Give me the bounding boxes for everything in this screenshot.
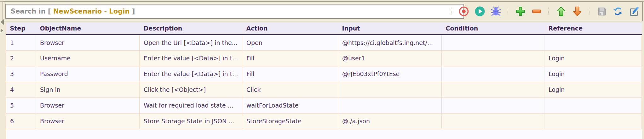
move-down-icon [572, 6, 583, 17]
expand-right-icon [0, 28, 3, 33]
table-header-row: Step ObjectName Description Action Input… [6, 23, 642, 35]
move-up-button[interactable] [555, 6, 567, 17]
cell-condition[interactable] [442, 35, 544, 50]
search-input[interactable]: Search in [ NewScenario - Login ] [5, 4, 464, 19]
move-down-button[interactable] [572, 6, 583, 17]
column-header-step[interactable]: Step [6, 23, 36, 35]
save-icon [596, 6, 607, 17]
column-header-reference[interactable]: Reference [544, 23, 642, 35]
cell-objectname[interactable]: Username [36, 50, 140, 66]
cell-action[interactable]: StoreStorageState [242, 113, 338, 129]
cell-step[interactable]: 6 [6, 113, 36, 129]
cell-description[interactable]: Store Storage State in JSON ... [140, 113, 242, 129]
cell-description[interactable]: Enter the value [<Data>] in t... [140, 66, 242, 82]
cell-input[interactable] [338, 97, 442, 113]
collapse-left-icon [0, 19, 4, 25]
table-row[interactable]: 3 Password Enter the value [<Data>] in t… [6, 66, 642, 82]
debug-button[interactable] [490, 6, 502, 17]
scenario-steps-window: Search in [ NewScenario - Login ] [0, 0, 644, 139]
toolbar-separator [589, 8, 590, 15]
move-up-icon [556, 6, 566, 17]
cell-input[interactable]: @./a.json [338, 113, 442, 129]
refresh-button[interactable] [612, 6, 624, 17]
cell-condition[interactable] [442, 82, 544, 97]
cell-condition[interactable] [442, 113, 544, 129]
cell-input[interactable]: @rJEb03xtPf0YtEse [338, 66, 442, 82]
cell-reference[interactable] [544, 97, 642, 113]
add-step-button[interactable] [515, 6, 526, 17]
cell-action[interactable]: Fill [242, 50, 338, 66]
cell-reference[interactable] [544, 113, 642, 129]
cell-description[interactable]: Open the Url [<Data>] in the... [140, 35, 242, 50]
cell-step[interactable]: 3 [6, 66, 36, 82]
toolbar-separator [508, 8, 509, 15]
remove-step-icon [531, 6, 542, 17]
cell-description[interactable]: Enter the value [<Data>] in t... [140, 50, 242, 66]
edit-icon [629, 6, 639, 17]
cell-action[interactable]: Click [242, 82, 338, 97]
column-header-condition[interactable]: Condition [442, 23, 544, 35]
cell-description[interactable]: Wait for required load state ... [140, 97, 242, 113]
column-header-objectname[interactable]: ObjectName [36, 23, 140, 35]
search-toolbar-panel: Search in [ NewScenario - Login ] [3, 1, 643, 21]
cell-condition[interactable] [442, 50, 544, 66]
play-icon [474, 6, 485, 17]
cell-description[interactable]: Click the [<Object>] [140, 82, 242, 97]
column-header-input[interactable]: Input [338, 23, 442, 35]
search-placeholder-prefix: Search in [ [11, 8, 53, 15]
search-placeholder-scenario: NewScenario - Login [53, 8, 129, 15]
table-row[interactable]: 6 Browser Store Storage State in JSON ..… [6, 113, 642, 129]
table-row[interactable]: 1 Browser Open the Url [<Data>] in the..… [6, 35, 642, 50]
cell-input[interactable]: @https://ci.globaltfs.ing.net/... [338, 35, 442, 50]
toolbar [450, 2, 640, 21]
table-row[interactable]: 4 Sign in Click the [<Object>] Click Log… [6, 82, 642, 97]
cell-condition[interactable] [442, 97, 544, 113]
cell-reference[interactable]: Login [544, 50, 642, 66]
record-icon [458, 6, 469, 17]
cell-objectname[interactable]: Browser [36, 97, 140, 113]
search-placeholder-suffix: ] [129, 8, 135, 15]
cell-step[interactable]: 5 [6, 97, 36, 113]
toolbar-separator [451, 8, 452, 15]
play-button[interactable] [474, 6, 486, 17]
cell-objectname[interactable]: Browser [36, 35, 140, 50]
remove-step-button[interactable] [531, 6, 542, 17]
cell-reference[interactable]: Login [544, 66, 642, 82]
refresh-icon [612, 6, 623, 17]
cell-objectname[interactable]: Sign in [36, 82, 140, 97]
cell-input[interactable]: @user1 [338, 50, 442, 66]
toolbar-separator [548, 8, 549, 15]
cell-action[interactable]: Fill [242, 66, 338, 82]
edit-button[interactable] [628, 6, 640, 17]
cell-input[interactable] [338, 82, 442, 97]
steps-table: Step ObjectName Description Action Input… [6, 23, 642, 129]
table-row[interactable]: 5 Browser Wait for required load state .… [6, 97, 642, 113]
cell-action[interactable]: waitForLoadState [242, 97, 338, 113]
debug-icon [491, 6, 501, 17]
column-header-description[interactable]: Description [140, 23, 242, 35]
cell-action[interactable]: Open [242, 35, 338, 50]
save-button[interactable] [596, 6, 607, 17]
cell-reference[interactable] [544, 35, 642, 50]
table-row[interactable]: 2 Username Enter the value [<Data>] in t… [6, 50, 642, 66]
cell-condition[interactable] [442, 66, 544, 82]
column-header-action[interactable]: Action [242, 23, 338, 35]
cell-reference[interactable]: Login [544, 82, 642, 97]
cell-step[interactable]: 1 [6, 35, 36, 50]
splitter-handle[interactable] [0, 19, 5, 33]
steps-table-container: Step ObjectName Description Action Input… [6, 23, 642, 139]
record-button[interactable] [458, 6, 469, 17]
cell-step[interactable]: 2 [6, 50, 36, 66]
add-step-icon [515, 6, 526, 17]
cell-objectname[interactable]: Browser [36, 113, 140, 129]
cell-objectname[interactable]: Password [36, 66, 140, 82]
cell-step[interactable]: 4 [6, 82, 36, 97]
